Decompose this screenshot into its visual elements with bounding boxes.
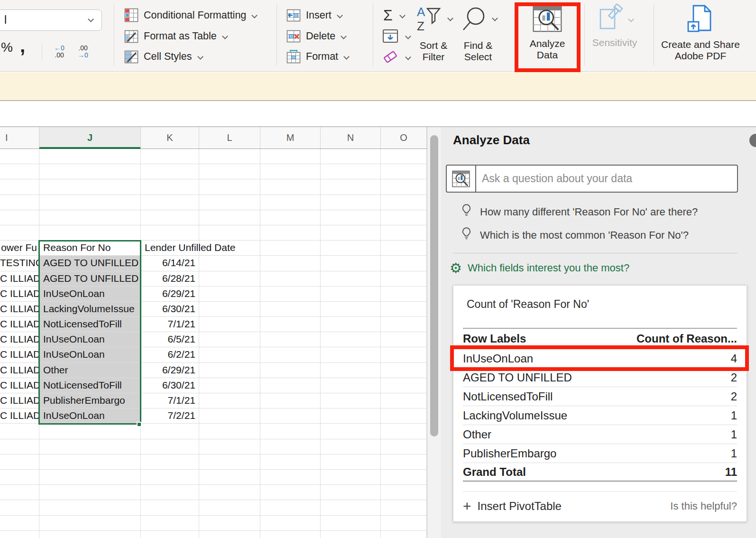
autosum-button[interactable]: Σ [383,6,405,25]
cell[interactable]: 6/2/21 [141,347,199,362]
cell[interactable]: C ILLIAD [0,302,39,316]
cell[interactable]: C ILLIAD [0,332,39,347]
cell[interactable] [141,516,199,530]
cell[interactable] [199,347,260,362]
cell[interactable] [381,210,427,225]
cell[interactable] [381,393,427,408]
cell[interactable]: ower Fu [0,241,39,255]
cell[interactable] [141,531,199,538]
pivot-row[interactable]: InUseOnLoan4 [463,349,737,368]
cell[interactable] [199,424,260,438]
cell[interactable] [0,485,39,500]
cell[interactable] [381,408,427,423]
cell[interactable] [199,302,260,316]
cell[interactable] [260,516,321,530]
sensitivity-button[interactable]: Sensitivity [590,4,639,48]
cell[interactable] [321,302,381,316]
cell[interactable] [260,195,321,210]
cell[interactable] [39,149,141,164]
cell[interactable] [321,439,381,454]
cell[interactable] [0,455,39,469]
cell[interactable] [381,302,427,316]
cell[interactable] [39,439,141,454]
cell[interactable]: 6/28/21 [141,271,199,286]
cell[interactable] [260,317,321,332]
cell[interactable] [39,195,141,210]
number-format-dropdown[interactable]: l [0,9,102,31]
cell[interactable] [260,332,321,347]
cell[interactable] [321,332,381,347]
cell[interactable] [39,516,141,530]
close-icon[interactable] [749,134,756,147]
cell[interactable]: 6/5/21 [141,332,199,347]
cell[interactable] [39,455,141,469]
cell[interactable] [199,225,260,240]
create-share-adobe-pdf-button[interactable]: Create and Share Adobe PDF [655,4,746,62]
column-header-J[interactable]: J [39,127,141,148]
cell[interactable] [321,287,381,301]
cell[interactable] [199,287,260,301]
cell[interactable]: NotLicensedToFill [39,378,141,393]
cell[interactable] [381,439,427,454]
cell[interactable] [381,516,427,530]
cell[interactable] [0,210,39,225]
cell[interactable]: C ILLIAD [0,317,39,332]
cell[interactable] [141,424,199,438]
cell[interactable]: 6/30/21 [141,302,199,316]
cell[interactable] [260,439,321,454]
suggested-question[interactable]: Which is the most common 'Reason For No'… [460,225,689,246]
cell[interactable] [199,500,260,515]
cell[interactable] [260,241,321,255]
search-box[interactable] [446,165,738,193]
cell[interactable] [199,408,260,423]
insert-pivottable-button[interactable]: + Insert PivotTable [463,499,562,513]
cell[interactable] [321,164,381,179]
formula-bar[interactable] [0,102,756,127]
cell[interactable] [39,164,141,179]
cell[interactable] [0,439,39,454]
cell[interactable] [199,485,260,500]
cell[interactable] [199,455,260,469]
column-header-N[interactable]: N [321,127,381,148]
cell[interactable] [321,424,381,438]
cell[interactable] [141,149,199,164]
cell[interactable] [260,302,321,316]
cell[interactable] [321,256,381,270]
cell[interactable] [260,455,321,469]
cell[interactable] [0,149,39,164]
cell[interactable]: C ILLIAD [0,393,39,408]
cell[interactable] [141,455,199,469]
cell[interactable] [0,516,39,530]
cell[interactable] [199,363,260,378]
insert-cells-button[interactable]: Insert [286,6,342,25]
cell[interactable]: C ILLIAD [0,363,39,378]
vertical-scrollbar[interactable] [427,127,441,538]
cell[interactable] [381,179,427,194]
cell[interactable] [321,225,381,240]
conditional-formatting-button[interactable]: Conditional Formatting [124,6,257,25]
cell[interactable]: InUseOnLoan [39,408,141,423]
cell[interactable] [381,378,427,393]
cell[interactable] [260,256,321,270]
pivot-row[interactable]: NotLicensedToFill2 [463,387,737,406]
cell[interactable]: 7/1/21 [141,393,199,408]
cell[interactable]: PublisherEmbargo [39,393,141,408]
cell[interactable]: C ILLIAD [0,408,39,423]
cell[interactable] [321,317,381,332]
format-cells-button[interactable]: Format [286,47,349,66]
cell[interactable] [381,455,427,469]
cell[interactable] [381,195,427,210]
cell[interactable]: C ILLIAD [0,347,39,362]
cell[interactable] [199,531,260,538]
cell[interactable] [199,256,260,270]
is-this-helpful-link[interactable]: Is this helpful? [670,500,737,512]
increase-decimal-button[interactable]: ←0 .00 [48,42,70,62]
cell[interactable]: TESTING [0,256,39,270]
cell[interactable] [260,363,321,378]
cell[interactable] [321,363,381,378]
cell[interactable] [321,210,381,225]
cell[interactable] [381,149,427,164]
cell[interactable] [321,531,381,538]
cell[interactable]: C ILLIAD [0,271,39,286]
cell[interactable]: 7/2/21 [141,408,199,423]
